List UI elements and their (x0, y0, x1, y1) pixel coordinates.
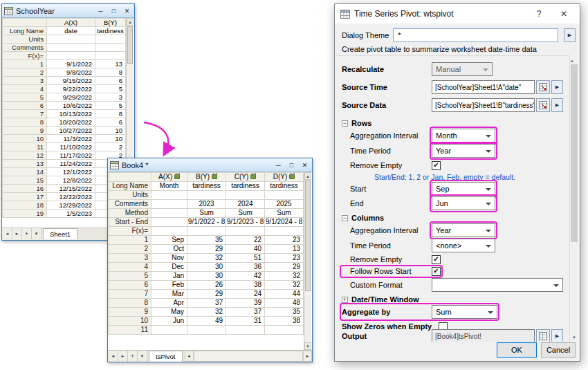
schoolyear-titlebar[interactable]: SchoolYear ─ □ ✕ (2, 4, 134, 18)
row-header[interactable]: 7 (109, 290, 151, 299)
row-header[interactable]: 15 (3, 176, 47, 185)
cell[interactable] (226, 227, 265, 236)
cell[interactable]: 32 (187, 254, 226, 263)
row-header[interactable]: 11 (3, 143, 47, 151)
cell[interactable] (151, 209, 187, 218)
cell[interactable]: 9/29/2022 (47, 93, 95, 102)
cell[interactable]: 24 (226, 290, 265, 299)
add-sheet-icon[interactable]: + (128, 351, 138, 362)
cell[interactable] (187, 326, 226, 335)
cell[interactable]: 32 (265, 281, 304, 290)
row-header[interactable]: 10 (109, 317, 151, 326)
minimize-icon[interactable]: ─ (273, 159, 284, 172)
rows-time-period-select[interactable]: Year (432, 144, 495, 158)
sheet-tab[interactable]: Sheet1 (43, 228, 77, 239)
column-header[interactable]: C(Y) (226, 173, 265, 182)
row-header[interactable]: F(x)= (109, 227, 151, 236)
row-header[interactable]: 16 (3, 185, 47, 193)
cell[interactable] (187, 191, 226, 200)
cancel-button[interactable]: Cancel (541, 342, 576, 358)
cell[interactable]: 10/27/2022 (47, 127, 95, 135)
cell[interactable] (226, 191, 265, 200)
help-icon[interactable]: ? (529, 5, 549, 23)
horizontal-scrollbar[interactable]: ◄ ► (185, 351, 312, 362)
cell[interactable]: 29 (265, 263, 304, 272)
scroll-left-icon[interactable]: ◄ (185, 351, 194, 362)
maximize-icon[interactable]: □ (286, 159, 297, 172)
cell[interactable]: 3 (95, 93, 126, 102)
cell[interactable] (151, 191, 187, 200)
cell[interactable]: 10/13/2022 (47, 110, 95, 118)
tab-prev-icon[interactable]: ◄ (3, 228, 12, 239)
custom-format-select[interactable] (432, 278, 563, 292)
cell[interactable]: 9/1/2022 - 8 (187, 218, 226, 227)
sheet-list-icon[interactable]: ▼ (32, 228, 42, 239)
range-selector-button[interactable] (536, 80, 550, 94)
row-header[interactable]: Long Name (3, 27, 47, 35)
row-header[interactable]: 8 (3, 118, 47, 127)
cell[interactable]: 32 (265, 272, 304, 281)
row-header[interactable]: Method (109, 209, 151, 218)
column-header[interactable]: D(Y) (265, 173, 304, 182)
cell[interactable]: 10/20/2022 (47, 118, 95, 127)
cell[interactable] (47, 52, 95, 60)
remove-empty-checkbox[interactable] (432, 161, 441, 170)
follow-rows-start-checkbox[interactable] (432, 267, 441, 276)
cell[interactable]: 30 (187, 272, 226, 281)
scroll-up-icon[interactable]: ▲ (304, 172, 311, 180)
cell[interactable] (265, 191, 304, 200)
cell[interactable]: 5 (95, 102, 126, 110)
cell[interactable]: 9/1/2024 - 8 (265, 218, 304, 227)
cell[interactable]: 23 (265, 236, 304, 245)
columns-aggregation-interval-select[interactable]: Year (432, 223, 495, 237)
cell[interactable]: 9/1/2022 (47, 60, 95, 68)
tab-next-icon[interactable]: ► (118, 351, 128, 362)
maximize-icon[interactable]: □ (109, 5, 119, 17)
cell[interactable] (265, 227, 304, 236)
cell[interactable]: 12/29/2022 (47, 201, 95, 210)
row-header[interactable]: 9 (109, 308, 151, 317)
row-header[interactable]: 2 (109, 245, 151, 254)
book4-titlebar[interactable]: Book4 * ─ □ ✕ (108, 158, 312, 172)
cell[interactable]: Sum (265, 209, 304, 218)
cell[interactable]: 8 (95, 110, 126, 118)
row-header[interactable]: 10 (3, 135, 47, 143)
scroll-track[interactable] (194, 351, 303, 362)
tab-prev-icon[interactable]: ◄ (109, 351, 118, 362)
cell[interactable]: 30 (187, 263, 226, 272)
rows-aggregation-interval-select[interactable]: Month (432, 129, 495, 142)
cell[interactable]: 32 (187, 308, 226, 317)
collapse-icon[interactable]: − (342, 120, 348, 127)
row-header[interactable]: 18 (3, 201, 47, 210)
scroll-down-icon[interactable]: ▼ (570, 334, 578, 342)
row-header[interactable]: 11 (109, 326, 151, 335)
cell[interactable]: 37 (187, 299, 226, 308)
row-header[interactable]: 6 (3, 102, 47, 110)
row-header[interactable]: 14 (3, 168, 47, 176)
source-time-flyout-button[interactable]: ▶ (551, 80, 563, 94)
cell[interactable]: 12/15/2022 (47, 185, 95, 193)
close-icon[interactable]: ✕ (300, 159, 310, 172)
cell[interactable]: 2025 (265, 200, 304, 209)
scroll-up-icon[interactable]: ▲ (570, 59, 574, 63)
cell[interactable]: 31 (226, 317, 265, 326)
cell[interactable]: 10 (95, 135, 126, 143)
row-header[interactable]: Long Name (109, 182, 151, 191)
cell[interactable]: 11/17/2022 (47, 151, 95, 160)
cell[interactable]: 9/15/2022 (47, 77, 95, 85)
minimize-icon[interactable]: ─ (95, 5, 106, 17)
cell[interactable]: 29 (187, 245, 226, 254)
cell[interactable]: 37 (226, 308, 265, 317)
cell[interactable] (226, 326, 265, 335)
row-header[interactable]: 3 (109, 254, 151, 263)
dialog-theme-input[interactable]: * (393, 28, 558, 42)
tab-next-icon[interactable]: ► (12, 228, 22, 239)
cell[interactable]: 38 (265, 317, 304, 326)
cell[interactable]: date (47, 27, 95, 35)
row-header[interactable]: 3 (3, 77, 47, 85)
cell[interactable] (95, 44, 126, 52)
cell[interactable]: 22 (226, 236, 265, 245)
range-selector-button[interactable] (536, 329, 550, 342)
row-header[interactable]: Units (109, 191, 151, 200)
cell[interactable] (47, 44, 95, 52)
